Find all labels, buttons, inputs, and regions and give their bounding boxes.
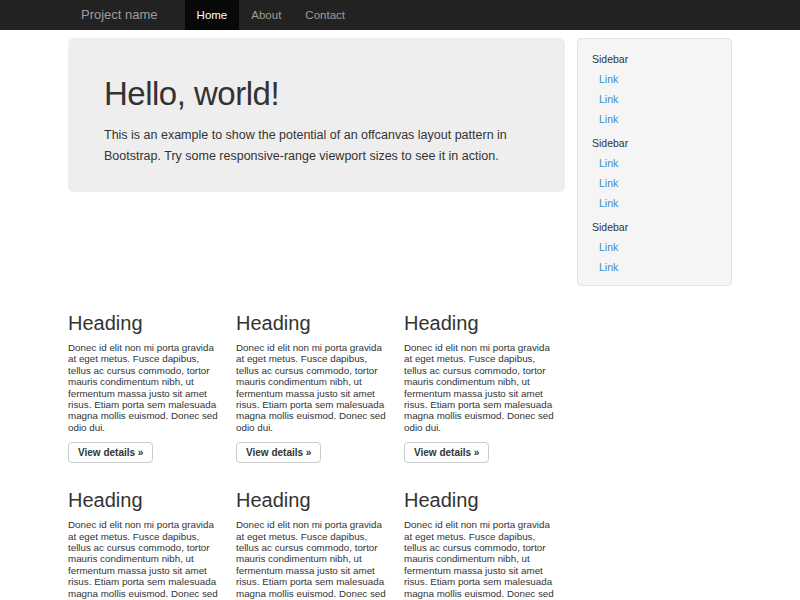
jumbotron: Hello, world! This is an example to show… <box>68 38 565 192</box>
nav-menu: HomeAboutContact <box>185 0 357 30</box>
nav-item-home: Home <box>185 0 240 30</box>
card-body-text: Donec id elit non mi porta gravida at eg… <box>68 519 220 600</box>
card-body-text: Donec id elit non mi porta gravida at eg… <box>68 342 220 433</box>
sidebar-group-heading-3: Sidebar <box>578 213 731 237</box>
view-details-button[interactable]: View details » <box>68 442 153 463</box>
sidebar-link-1-2[interactable]: Link <box>578 89 731 109</box>
page-container: Hello, world! This is an example to show… <box>68 38 732 600</box>
card-1-1: HeadingDonec id elit non mi porta gravid… <box>68 286 220 463</box>
card-body-text: Donec id elit non mi porta gravida at eg… <box>236 342 388 433</box>
card-2-3: HeadingDonec id elit non mi porta gravid… <box>404 463 556 600</box>
card-2-1: HeadingDonec id elit non mi porta gravid… <box>68 463 220 600</box>
cards-section: HeadingDonec id elit non mi porta gravid… <box>68 286 732 600</box>
sidebar-link-2-2[interactable]: Link <box>578 173 731 193</box>
sidebar-group-heading-1: Sidebar <box>578 45 731 69</box>
card-heading: Heading <box>236 312 388 335</box>
view-details-button[interactable]: View details » <box>404 442 489 463</box>
view-details-button[interactable]: View details » <box>236 442 321 463</box>
card-heading: Heading <box>404 489 556 512</box>
sidebar-link-2-3[interactable]: Link <box>578 193 731 213</box>
brand-link[interactable]: Project name <box>66 0 173 30</box>
sidebar: SidebarLinkLinkLinkSidebarLinkLinkLinkSi… <box>577 38 732 286</box>
card-heading: Heading <box>68 312 220 335</box>
page-title: Hello, world! <box>104 75 529 113</box>
sidebar-link-1-3[interactable]: Link <box>578 109 731 129</box>
sidebar-link-3-2[interactable]: Link <box>578 257 731 277</box>
nav-link-home[interactable]: Home <box>185 0 240 30</box>
card-body-text: Donec id elit non mi porta gravida at eg… <box>404 519 556 600</box>
sidebar-link-2-1[interactable]: Link <box>578 153 731 173</box>
main-column: Hello, world! This is an example to show… <box>68 38 565 286</box>
nav-item-contact: Contact <box>293 0 357 30</box>
navbar-inner: Project name HomeAboutContact <box>66 0 734 30</box>
card-1-3: HeadingDonec id elit non mi porta gravid… <box>404 286 556 463</box>
sidebar-column: SidebarLinkLinkLinkSidebarLinkLinkLinkSi… <box>577 38 732 286</box>
cards-row-2: HeadingDonec id elit non mi porta gravid… <box>68 463 732 600</box>
card-2-2: HeadingDonec id elit non mi porta gravid… <box>236 463 388 600</box>
cards-row-1: HeadingDonec id elit non mi porta gravid… <box>68 286 732 463</box>
sidebar-link-3-1[interactable]: Link <box>578 237 731 257</box>
navbar: Project name HomeAboutContact <box>0 0 800 30</box>
card-heading: Heading <box>404 312 556 335</box>
nav-link-about[interactable]: About <box>239 0 293 30</box>
card-1-2: HeadingDonec id elit non mi porta gravid… <box>236 286 388 463</box>
sidebar-link-1-1[interactable]: Link <box>578 69 731 89</box>
jumbotron-text: This is an example to show the potential… <box>104 125 529 167</box>
sidebar-group-heading-2: Sidebar <box>578 129 731 153</box>
top-row: Hello, world! This is an example to show… <box>68 38 732 286</box>
nav-item-about: About <box>239 0 293 30</box>
card-heading: Heading <box>68 489 220 512</box>
card-body-text: Donec id elit non mi porta gravida at eg… <box>404 342 556 433</box>
card-body-text: Donec id elit non mi porta gravida at eg… <box>236 519 388 600</box>
card-heading: Heading <box>236 489 388 512</box>
nav-link-contact[interactable]: Contact <box>293 0 357 30</box>
